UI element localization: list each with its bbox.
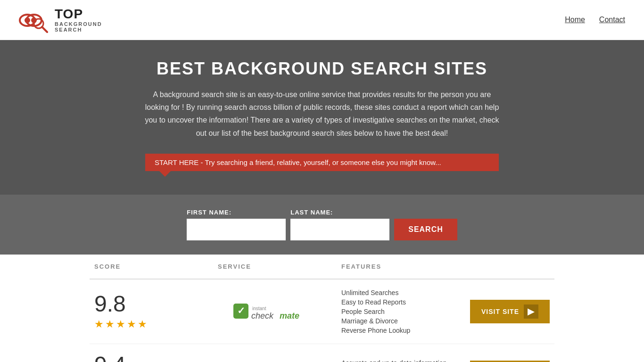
svg-text:instant: instant: [252, 306, 266, 311]
hero-section: BEST BACKGROUND SEARCH SITES A backgroun…: [0, 40, 644, 195]
col-action: [465, 263, 550, 270]
stars-1: ★ ★ ★ ★ ★: [94, 318, 147, 330]
service-col-1: ✓ instant check mate: [218, 300, 341, 323]
main-nav: Home Contact: [565, 16, 625, 24]
first-name-label: FIRST NAME:: [187, 209, 286, 216]
logo-top-text: TOP: [55, 7, 102, 22]
service-logo-1: ✓ instant check mate: [232, 300, 327, 323]
svg-text:check: check: [251, 311, 274, 321]
last-name-group: LAST NAME:: [290, 209, 389, 240]
page-title: BEST BACKGROUND SEARCH SITES: [9, 59, 635, 79]
star-5: ★: [138, 318, 147, 330]
first-name-group: FIRST NAME:: [187, 209, 286, 240]
star-3: ★: [116, 318, 125, 330]
first-name-input[interactable]: [187, 219, 286, 240]
logo: TOP BACKGROUNDSEARCH: [19, 7, 102, 33]
visit-arrow-icon-1: ▶: [524, 304, 538, 319]
table-header: SCORE SERVICE FEATURES: [90, 255, 554, 280]
table-row: 9.4 ★ ★ ★ ★ ★ People Looker Accurate and…: [90, 344, 554, 362]
svg-text:mate: mate: [280, 311, 299, 321]
svg-line-5: [42, 27, 47, 32]
score-col-1: 9.8 ★ ★ ★ ★ ★: [94, 293, 218, 330]
svg-text:✓: ✓: [237, 305, 245, 316]
features-col-1: Unlimited Searches Easy to Read Reports …: [341, 289, 465, 334]
feature-1-5: Reverse Phone Lookup: [341, 327, 465, 334]
callout-banner: START HERE - Try searching a friend, rel…: [145, 154, 499, 171]
features-col-2: Accurate and up-to-date information Unli…: [341, 359, 465, 362]
search-form: FIRST NAME: LAST NAME: SEARCH: [187, 209, 457, 240]
feature-1-4: Marriage & Divorce: [341, 317, 465, 325]
feature-1-3: People Search: [341, 308, 465, 315]
visit-site-label-1: VISIT SITE: [481, 308, 519, 315]
col-score: SCORE: [94, 263, 218, 270]
star-2: ★: [105, 318, 115, 330]
star-1: ★: [94, 318, 104, 330]
nav-contact[interactable]: Contact: [599, 16, 625, 24]
col-service: SERVICE: [218, 263, 341, 270]
callout-text: START HERE - Try searching a friend, rel…: [155, 158, 441, 166]
visit-site-button-1[interactable]: VISIT SITE ▶: [470, 300, 550, 323]
logo-icon: [19, 7, 52, 33]
results-section: SCORE SERVICE FEATURES 9.8 ★ ★ ★ ★ ★ ✓: [0, 255, 644, 362]
nav-home[interactable]: Home: [565, 16, 585, 24]
logo-sub-text: BACKGROUNDSEARCH: [55, 21, 102, 33]
feature-1-2: Easy to Read Reports: [341, 298, 465, 306]
last-name-input[interactable]: [290, 219, 389, 240]
site-header: TOP BACKGROUNDSEARCH Home Contact: [0, 0, 644, 40]
table-row: 9.8 ★ ★ ★ ★ ★ ✓ instant check: [90, 280, 554, 344]
star-4: ★: [127, 318, 136, 330]
search-area: FIRST NAME: LAST NAME: SEARCH: [0, 195, 644, 255]
visit-col-1: VISIT SITE ▶: [465, 300, 550, 323]
hero-description: A background search site is an easy-to-u…: [143, 88, 501, 140]
feature-2-1: Accurate and up-to-date information: [341, 359, 465, 362]
feature-1-1: Unlimited Searches: [341, 289, 465, 296]
checkmate-svg: ✓ instant check mate: [232, 300, 327, 323]
last-name-label: LAST NAME:: [290, 209, 389, 216]
score-value-2: 9.4: [94, 354, 126, 362]
score-col-2: 9.4 ★ ★ ★ ★ ★: [94, 354, 218, 362]
col-features: FEATURES: [341, 263, 465, 270]
score-value-1: 9.8: [94, 293, 126, 315]
search-button[interactable]: SEARCH: [394, 219, 457, 240]
